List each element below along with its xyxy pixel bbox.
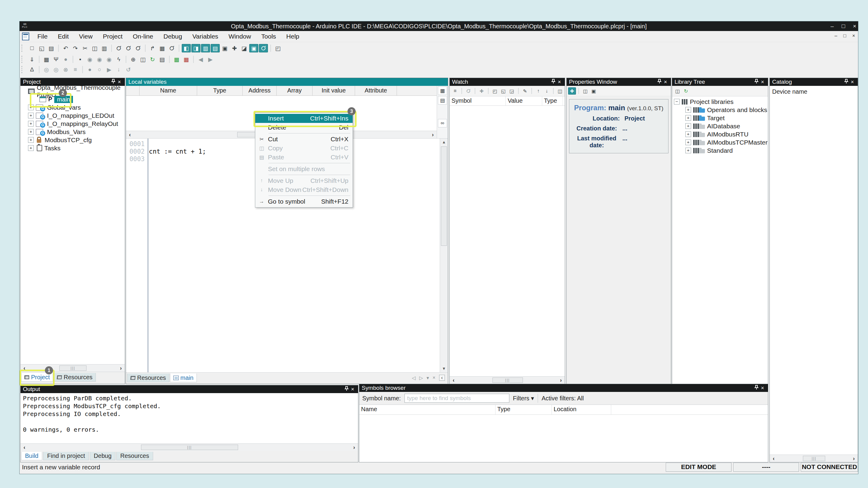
save-project-icon[interactable]: ▤ xyxy=(47,44,56,53)
watch-list-icon[interactable]: ≡ xyxy=(451,87,459,95)
context-menu-item[interactable]: Delete Del xyxy=(255,123,352,132)
fullscreen-icon[interactable]: ◰ xyxy=(273,44,282,53)
document-icon[interactable] xyxy=(22,33,29,40)
symbols-body[interactable] xyxy=(359,415,768,462)
context-menu-item[interactable]: Insert Ctrl+Shift+Ins xyxy=(255,114,352,123)
close-panel-icon[interactable] xyxy=(760,385,766,391)
menu-item[interactable]: View xyxy=(74,31,98,42)
scroll-left-icon[interactable]: ‹ xyxy=(439,375,445,381)
menu-item[interactable]: Window xyxy=(223,31,256,42)
close-panel-icon[interactable] xyxy=(849,79,855,85)
maximize-icon[interactable]: □ xyxy=(841,23,845,30)
expand-icon[interactable]: + xyxy=(28,145,34,151)
menu-item[interactable]: On-line xyxy=(128,31,158,42)
column-header[interactable]: Type xyxy=(542,96,563,105)
find-icon[interactable]: Ϙ xyxy=(114,44,123,53)
context-menu-item[interactable]: ▤ Paste Ctrl+V xyxy=(255,153,352,162)
context-menu-item[interactable]: ↓ Move Down Ctrl+Shift+Down xyxy=(255,185,352,194)
watch-hscrollbar[interactable]: ||| xyxy=(450,376,565,384)
scroll-left-icon[interactable] xyxy=(21,444,28,451)
compile-core2-icon[interactable]: ◉ xyxy=(95,55,104,64)
column-header[interactable]: Type xyxy=(197,86,243,96)
tab-next-icon[interactable]: ▷ xyxy=(419,375,423,381)
toolbar-grip[interactable] xyxy=(22,66,25,73)
toggle-output-window-icon[interactable]: ◪ xyxy=(240,44,249,53)
paste-icon[interactable]: ▥ xyxy=(100,44,109,53)
tree-item[interactable]: + Modbus_Vars xyxy=(22,128,125,136)
library-item[interactable]: + AIDatabase xyxy=(674,122,768,130)
output-tab[interactable]: Find in project xyxy=(43,452,89,460)
watch-open-icon[interactable]: ◱ xyxy=(499,87,507,95)
expand-icon[interactable]: + xyxy=(28,121,34,127)
toggle-watch-window-icon[interactable]: ▤ xyxy=(211,44,220,53)
build-log[interactable]: Preprocessing ParDB completed. Preproces… xyxy=(21,393,358,444)
scroll-left-icon[interactable] xyxy=(770,455,778,462)
pin-icon[interactable] xyxy=(344,386,350,392)
collapse-icon[interactable]: − xyxy=(674,99,680,104)
toggle-project-window-icon[interactable]: ◧ xyxy=(182,44,191,53)
menu-item[interactable]: Debug xyxy=(158,31,187,42)
expand-icon[interactable]: + xyxy=(685,139,691,145)
tab-resources[interactable]: Resources xyxy=(54,373,96,382)
tree-item-project-libraries[interactable]: − Project libraries xyxy=(674,98,768,106)
toggle-library-window-icon[interactable]: ▥ xyxy=(201,44,210,53)
tree-item-project-root[interactable]: Opta_Modbus_Thermocouple Project xyxy=(22,87,125,95)
properties-save-icon[interactable]: ▣ xyxy=(590,87,598,95)
symbol-search-input[interactable] xyxy=(404,394,509,403)
list-window-icon[interactable]: ▤ xyxy=(158,55,167,64)
context-menu-item[interactable]: → Go to symbol Shift+F12 xyxy=(255,197,352,206)
watch-glasses-icon[interactable]: ∞ xyxy=(438,119,447,127)
watch-add-icon[interactable]: ✚ xyxy=(478,87,486,95)
grid-delete-icon[interactable]: ▦ xyxy=(182,55,191,64)
tree-item[interactable]: + Tasks xyxy=(22,144,125,152)
pin-icon[interactable] xyxy=(843,78,849,85)
output-tab[interactable]: Build xyxy=(21,452,42,460)
column-header[interactable]: Address xyxy=(243,86,277,96)
cut-icon[interactable]: ✂ xyxy=(81,44,90,53)
pin-icon[interactable] xyxy=(753,385,760,391)
close-panel-icon[interactable] xyxy=(662,79,669,85)
toggle-oscilloscope-window-icon[interactable]: ▣ xyxy=(220,44,229,53)
editor-vscrollbar[interactable]: ▲ ▼ xyxy=(440,138,448,372)
find-next-icon[interactable]: Ϙ xyxy=(124,44,133,53)
build-flash-icon[interactable]: ϟ xyxy=(114,55,123,64)
watch-lock-icon[interactable]: Ϙ xyxy=(464,87,472,95)
output-tab[interactable]: Debug xyxy=(90,452,116,460)
undo-icon[interactable]: ↶ xyxy=(61,44,70,53)
tab-editor-main[interactable]: main xyxy=(170,373,197,382)
compile-core3-icon[interactable]: ◉ xyxy=(104,55,114,64)
scroll-right-icon[interactable] xyxy=(557,377,565,384)
tab-close-icon[interactable]: × xyxy=(433,375,435,381)
navigate-back-icon[interactable]: ◀ xyxy=(196,55,205,64)
column-header[interactable]: Type xyxy=(495,405,552,415)
catalog-hscrollbar[interactable]: ||| xyxy=(770,455,858,462)
watch-move-up-icon[interactable]: ↑ xyxy=(534,87,542,95)
watch-clear-icon[interactable]: ✎ xyxy=(521,87,529,95)
run-icon[interactable]: ◎ xyxy=(42,65,51,74)
expand-icon[interactable]: + xyxy=(685,123,691,129)
toggle-zoom-window-icon[interactable]: Ϙ xyxy=(259,44,268,53)
scroll-down-icon[interactable]: ▼ xyxy=(440,365,448,372)
menu-item[interactable]: Tools xyxy=(256,31,281,42)
context-menu-item[interactable]: ✂ Cut Ctrl+X xyxy=(255,135,352,144)
library-refresh-icon[interactable]: ↻ xyxy=(148,55,157,64)
expand-icon[interactable]: + xyxy=(685,148,691,153)
tree-item[interactable]: + Global_vars xyxy=(22,103,125,111)
context-menu-item[interactable]: Set on multiple rows xyxy=(255,164,352,173)
library-next-icon[interactable]: ◫ xyxy=(138,55,147,64)
compile-core1-icon[interactable]: ◉ xyxy=(85,55,94,64)
scroll-right-icon[interactable] xyxy=(117,365,125,371)
properties-print-icon[interactable]: ◫ xyxy=(581,87,589,95)
expand-icon[interactable]: + xyxy=(685,115,691,121)
pin-icon[interactable] xyxy=(110,78,116,85)
scroll-left-icon[interactable] xyxy=(21,365,28,371)
expand-icon[interactable]: + xyxy=(28,137,34,143)
print-preview-icon[interactable]: Ϙ xyxy=(167,44,176,53)
scroll-up-icon[interactable]: ▲ xyxy=(440,138,448,146)
properties-refresh-icon[interactable]: ✚ xyxy=(568,87,576,95)
breakpoint-icon[interactable]: ● xyxy=(85,65,94,74)
filters-button[interactable]: Filters ▾ xyxy=(513,395,534,402)
tree-item[interactable]: + ModbusTCP_cfg xyxy=(22,136,125,144)
context-menu-item[interactable]: ◫ Copy Ctrl+C xyxy=(255,144,352,153)
minimize-icon[interactable]: – xyxy=(831,23,834,30)
